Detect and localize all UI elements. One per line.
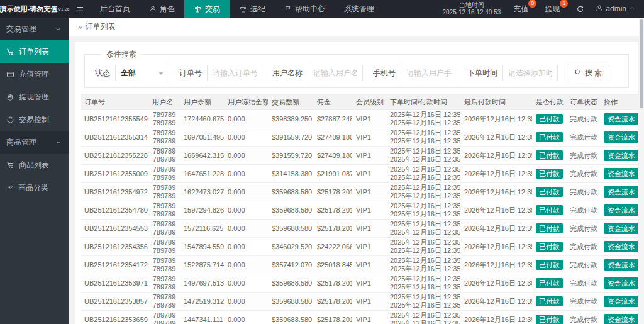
status-select[interactable]: 全部: [115, 65, 169, 81]
cell-status: 完成付款: [566, 256, 600, 274]
cell-commission: $25018.845: [313, 256, 352, 274]
sidebar: 交易管理订单列表充值管理提现管理交易控制商品管理商品列表商品分类: [0, 18, 69, 324]
nav-item-help[interactable]: 帮助中心: [275, 0, 335, 18]
chevron-up-icon: [629, 4, 635, 13]
nav-item-trade[interactable]: 交易: [184, 0, 230, 18]
column-header: 订单状态: [566, 95, 600, 110]
cell-frozen: 0.000: [224, 165, 268, 183]
fund-flow-button[interactable]: 资金流水: [604, 241, 638, 252]
cell-amount: $346029.520: [268, 238, 313, 256]
user-name-input[interactable]: [308, 65, 363, 81]
username-line2: 789789: [152, 174, 176, 182]
sidebar-item-withdraw-manage[interactable]: 提现管理: [0, 86, 69, 108]
sidebar-item-goods-list[interactable]: 商品列表: [0, 154, 69, 176]
fund-flow-button[interactable]: 资金流水: [604, 296, 638, 307]
cell-action: 资金流水: [600, 201, 638, 220]
order-time-input[interactable]: [502, 65, 558, 81]
sidebar-item-label: 商品分类: [18, 182, 48, 193]
cell-paid: 已付款: [532, 274, 566, 293]
page-title: 订单列表: [86, 21, 116, 32]
sidebar-item-label: 充值管理: [19, 69, 49, 80]
cell-action: 资金流水: [600, 311, 638, 324]
sidebar-item-trade-control[interactable]: 交易控制: [0, 108, 69, 131]
order-time: 2025年12月16日 12:35:38: [390, 293, 457, 301]
fund-flow-button[interactable]: 资金流水: [604, 131, 638, 143]
order-time: 2025年12月16日 12:35:53: [390, 129, 457, 137]
local-time-value: 2025-12-16 12:40:53: [442, 9, 501, 16]
column-header: 会员级别: [352, 95, 386, 110]
vertical-scrollbar[interactable]: [639, 18, 644, 324]
cell-commission: $27409.180: [313, 147, 352, 165]
sidebar-item-recharge-manage[interactable]: 充值管理: [0, 63, 69, 86]
recharge-link[interactable]: 充值 0: [513, 4, 528, 14]
table-row: UB2512161235497217 789789 789789 1622473…: [80, 183, 638, 201]
search-button[interactable]: 搜 索: [567, 65, 609, 81]
cell-order-time: 2025年12月16日 12:35:45 2025年12月16日 12:35:4…: [386, 220, 460, 238]
phone-input[interactable]: [401, 65, 457, 81]
chevron-down-icon: [158, 72, 164, 75]
nav-item-role[interactable]: 角色: [140, 0, 184, 18]
fund-flow-button[interactable]: 资金流水: [604, 186, 638, 198]
cart-icon: [6, 48, 14, 56]
sidebar-section-goods-manage[interactable]: 商品管理: [0, 131, 69, 154]
link-icon: [6, 184, 14, 191]
fund-flow-button[interactable]: 资金流水: [604, 314, 638, 324]
sidebar-section-label: 商品管理: [6, 137, 36, 148]
chevron-down-icon: [55, 26, 62, 33]
cell-frozen: 0.000: [224, 311, 268, 324]
fund-flow-button[interactable]: 资金流水: [604, 259, 638, 271]
cell-action: 资金流水: [600, 110, 638, 128]
cell-username: 789789 789789: [148, 165, 180, 183]
fund-flow-button[interactable]: 资金流水: [604, 204, 638, 216]
cell-status: 完成付款: [566, 147, 600, 165]
scale-icon: [194, 5, 202, 13]
hamburger-menu-icon[interactable]: [69, 0, 91, 18]
cell-paid: 已付款: [532, 147, 566, 165]
withdraw-label: 提现: [545, 4, 560, 13]
cell-last-pay-time: 2026年12月16日 12:35:47: [460, 201, 532, 220]
username-line2: 789789: [152, 192, 176, 200]
cell-balance: 1472519.312: [180, 293, 224, 311]
topbar-right: 当地时间 2025-12-16 12:40:53 充值 0 提现 1 admin: [442, 0, 644, 18]
cell-order-no: UB2512161235417217: [80, 256, 148, 274]
nav-item-home[interactable]: 后台首页: [91, 0, 140, 18]
username-line2: 789789: [152, 119, 176, 127]
cell-order-time: 2025年12月16日 12:35:43 2025年12月16日 12:35:4…: [386, 238, 460, 256]
main-content: » 订单列表 条件搜索 状态 全部 订单号 用户名称 手机号 下单时间: [69, 18, 644, 324]
withdraw-link[interactable]: 提现 1: [545, 4, 560, 14]
cell-amount: $359688.580: [268, 183, 313, 201]
local-time: 当地时间 2025-12-16 12:40:53: [442, 1, 501, 16]
cell-commission: $25178.201: [313, 201, 352, 220]
pay-time: 2025年12月16日 12:35:51: [390, 174, 457, 182]
user-menu[interactable]: admin: [596, 4, 635, 14]
refresh-icon[interactable]: [576, 5, 584, 13]
cell-balance: 1572116.625: [180, 220, 224, 238]
scrollbar-thumb[interactable]: [640, 19, 643, 108]
fund-flow-button[interactable]: 资金流水: [604, 223, 638, 234]
order-time: 2025年12月16日 12:35:55: [390, 111, 457, 119]
fund-flow-button[interactable]: 资金流水: [604, 277, 638, 289]
cell-last-pay-time: 2026年12月16日 12:35:45: [460, 220, 532, 238]
table-row: UB2512161235531479 789789 789789 1697051…: [80, 128, 638, 147]
order-time: 2025年12月16日 12:35:41: [390, 257, 457, 265]
cell-last-pay-time: 2026年12月16日 12:35:43: [460, 238, 532, 256]
nav-item-label: 后台首页: [100, 4, 130, 14]
cell-username: 789789 789789: [148, 238, 180, 256]
order-no-input[interactable]: [207, 65, 262, 81]
cell-last-pay-time: 2026年12月16日 12:35:53: [460, 128, 532, 147]
sidebar-section-trade-manage[interactable]: 交易管理: [0, 18, 69, 40]
cell-action: 资金流水: [600, 256, 638, 274]
paid-badge: 已付款: [536, 132, 563, 142]
fund-flow-button[interactable]: 资金流水: [604, 150, 638, 161]
sidebar-item-goods-category[interactable]: 商品分类: [0, 176, 69, 199]
top-nav: 后台首页角色交易选纪帮助中心系统管理: [91, 0, 384, 18]
nav-item-system[interactable]: 系统管理: [335, 0, 384, 18]
fund-flow-button[interactable]: 资金流水: [604, 168, 638, 179]
pay-time: 2025年12月16日 12:35:46: [390, 228, 457, 237]
column-header: 用户名: [148, 95, 180, 110]
nav-item-records[interactable]: 选纪: [230, 0, 275, 18]
fund-flow-button[interactable]: 资金流水: [604, 113, 638, 125]
breadcrumb: » 订单列表: [69, 18, 644, 36]
cell-order-no: UB2512161235455398: [80, 220, 148, 238]
sidebar-item-order-list[interactable]: 订单列表: [0, 40, 69, 63]
